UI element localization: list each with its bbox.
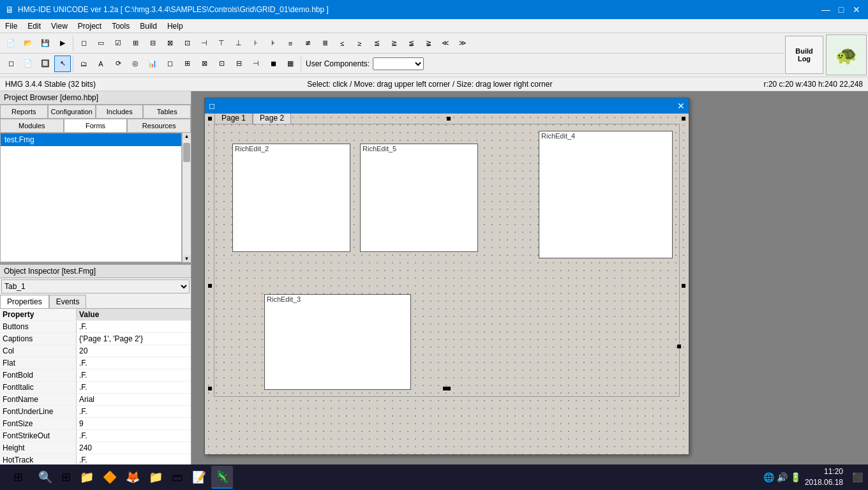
tb-btn-17[interactable]: ≥: [351, 35, 368, 52]
tb2-btn-1[interactable]: ◻: [3, 56, 19, 72]
show-desktop-button[interactable]: ⬛: [849, 472, 865, 482]
tb2-btn-9[interactable]: 📊: [144, 56, 161, 72]
open-button[interactable]: 📂: [20, 35, 36, 52]
tb2-btn-7[interactable]: ⟳: [110, 56, 126, 72]
taskbar-explorer[interactable]: 📁: [76, 466, 98, 489]
select-tool[interactable]: ↖: [54, 56, 71, 72]
taskbar-orange-app[interactable]: 🔶: [99, 466, 121, 489]
prop-value-fontbold[interactable]: .F.: [77, 369, 191, 381]
tb2-btn-6[interactable]: A: [93, 56, 109, 72]
prop-value-fontstrikeout[interactable]: .F.: [77, 430, 191, 442]
tb-btn-22[interactable]: ≪: [437, 35, 454, 52]
tb-btn-19[interactable]: ≧: [385, 35, 402, 52]
subtab-forms[interactable]: Forms: [64, 119, 128, 133]
taskbar-app1[interactable]: 🗃: [168, 466, 187, 489]
tb2-btn-10[interactable]: ◻: [161, 56, 178, 72]
menu-tools[interactable]: Tools: [107, 20, 135, 32]
prop-value-height[interactable]: 240: [77, 442, 191, 454]
tb-btn-21[interactable]: ≩: [420, 35, 437, 52]
canvas-area[interactable]: ◻ ✕ Page 1 P: [191, 91, 868, 468]
menu-build[interactable]: Build: [135, 20, 162, 32]
form-body[interactable]: Page 1 Page 2 RichEdit_2 RichEdit_5 Rich…: [205, 114, 689, 454]
tb2-btn-16[interactable]: ◼: [265, 56, 281, 72]
maximize-button[interactable]: □: [835, 3, 848, 16]
scroll-up-arrow[interactable]: ▲: [184, 133, 190, 140]
tb-btn-12[interactable]: ⊧: [265, 35, 281, 52]
network-icon[interactable]: 🌐: [763, 472, 774, 482]
tb2-btn-5[interactable]: 🗂: [75, 56, 92, 72]
file-list-scrollbar[interactable]: ▲ ▼: [182, 133, 191, 262]
tb-btn-10[interactable]: ⊥: [230, 35, 247, 52]
subtab-modules[interactable]: Modules: [0, 119, 64, 133]
prop-value-flat[interactable]: .F.: [77, 357, 191, 369]
tab-tables[interactable]: Tables: [143, 105, 191, 119]
menu-edit[interactable]: Edit: [22, 20, 46, 32]
taskbar-clock[interactable]: 11:20 2018.06.18: [805, 466, 848, 488]
user-components-select[interactable]: [373, 57, 424, 70]
tb-btn-20[interactable]: ≨: [403, 35, 419, 52]
volume-icon[interactable]: 🔊: [777, 472, 788, 482]
tb2-btn-2[interactable]: 📄: [20, 56, 36, 72]
tb-btn-3[interactable]: ☑: [110, 35, 126, 52]
tb-btn-1[interactable]: ◻: [75, 35, 92, 52]
tab-includes[interactable]: Includes: [96, 105, 144, 119]
richedit-4[interactable]: RichEdit_4: [539, 131, 673, 258]
prop-value-captions[interactable]: {'Page 1', 'Page 2'}: [77, 333, 191, 345]
taskbar-hmg[interactable]: 🦎: [211, 466, 233, 489]
tb-btn-5[interactable]: ⊟: [144, 35, 161, 52]
tab-configuration[interactable]: Configuration: [48, 105, 96, 119]
file-item-test-fmg[interactable]: test.Fmg: [1, 133, 181, 146]
tb-btn-4[interactable]: ⊞: [127, 35, 144, 52]
new-button[interactable]: 📄: [3, 35, 19, 52]
minimize-button[interactable]: —: [819, 3, 832, 16]
taskbar-notepad[interactable]: 📝: [188, 466, 210, 489]
tb-btn-16[interactable]: ≤: [334, 35, 350, 52]
prop-value-fontunderline[interactable]: .F.: [77, 406, 191, 417]
taskbar-firefox[interactable]: 🦊: [122, 466, 144, 489]
taskbar-search[interactable]: 🔍: [34, 466, 56, 489]
taskbar-folder[interactable]: 📁: [145, 466, 167, 489]
tb-btn-15[interactable]: ≣: [317, 35, 333, 52]
tb-btn-6[interactable]: ⊠: [161, 35, 178, 52]
object-dropdown[interactable]: Tab_1: [1, 279, 190, 293]
tb-btn-23[interactable]: ≫: [454, 35, 471, 52]
tb-btn-14[interactable]: ≢: [299, 35, 316, 52]
tb-btn-11[interactable]: ⊦: [248, 35, 264, 52]
build-log-button[interactable]: Build Log: [785, 36, 823, 74]
tb2-btn-17[interactable]: ▦: [282, 56, 299, 72]
tb-btn-18[interactable]: ≦: [368, 35, 385, 52]
tb-btn-8[interactable]: ⊣: [196, 35, 213, 52]
prop-value-fontname[interactable]: Arial: [77, 394, 191, 405]
tb2-btn-11[interactable]: ⊞: [179, 56, 195, 72]
subtab-resources[interactable]: Resources: [127, 119, 191, 133]
prop-value-buttons[interactable]: .F.: [77, 321, 191, 332]
richedit-5[interactable]: RichEdit_5: [360, 144, 478, 252]
scroll-down-arrow[interactable]: ▼: [184, 255, 190, 262]
tab-reports[interactable]: Reports: [0, 105, 48, 119]
tb-btn-13[interactable]: ≡: [282, 35, 299, 52]
tb-btn-2[interactable]: ▭: [93, 35, 109, 52]
run-button[interactable]: ▶: [54, 35, 71, 52]
richedit-3[interactable]: RichEdit_3: [264, 294, 411, 390]
save-button[interactable]: 💾: [37, 35, 54, 52]
form-close-button[interactable]: ✕: [677, 101, 685, 111]
scroll-track[interactable]: [183, 140, 191, 255]
tb-btn-9[interactable]: ⊤: [213, 35, 230, 52]
battery-icon[interactable]: 🔋: [790, 472, 801, 482]
taskbar-task-view[interactable]: ⊞: [57, 466, 75, 489]
tb2-btn-12[interactable]: ⊠: [196, 56, 213, 72]
close-button[interactable]: ✕: [850, 3, 863, 16]
tb2-btn-13[interactable]: ⊡: [213, 56, 230, 72]
menu-help[interactable]: Help: [162, 20, 188, 32]
tb2-btn-15[interactable]: ⊣: [248, 56, 264, 72]
obj-tab-properties[interactable]: Properties: [0, 295, 49, 308]
page-tab-1[interactable]: Page 1: [214, 114, 253, 124]
tb2-btn-8[interactable]: ◎: [127, 56, 144, 72]
prop-value-fontsize[interactable]: 9: [77, 418, 191, 429]
obj-tab-events[interactable]: Events: [49, 295, 87, 308]
tb2-btn-14[interactable]: ⊟: [230, 56, 247, 72]
prop-value-fontitalic[interactable]: .F.: [77, 382, 191, 393]
page-tab-2[interactable]: Page 2: [253, 114, 291, 124]
scroll-thumb[interactable]: [183, 143, 190, 162]
menu-project[interactable]: Project: [73, 20, 107, 32]
